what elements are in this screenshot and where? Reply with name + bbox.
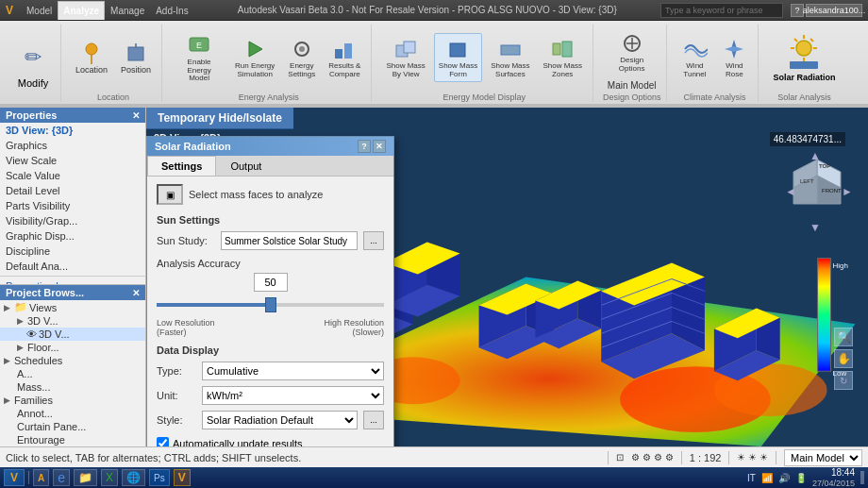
project-browser-header[interactable]: Project Brows... ✕ [0, 285, 145, 300]
dialog-tab-output[interactable]: Output [216, 156, 275, 176]
taskbar-folder-button[interactable]: 📁 [74, 469, 97, 486]
unit-select[interactable]: kWh/m² BTU/ft² [202, 386, 384, 405]
tree-item-a[interactable]: A... [0, 367, 145, 380]
style-label: Style: [157, 414, 196, 426]
prop-item-discipline[interactable]: Discipline [0, 244, 145, 259]
status-separator-1 [608, 451, 609, 464]
energy-settings-button[interactable]: EnergySettings [283, 33, 320, 82]
dialog-minimize-button[interactable]: ? [358, 140, 371, 153]
nav-cube[interactable]: TOP LEFT FRONT [789, 155, 845, 211]
taskbar-revit-button[interactable]: A [33, 469, 49, 486]
sun-study-browse-button[interactable]: ... [363, 231, 384, 250]
modify-button[interactable]: ✏ Modify [11, 34, 55, 93]
taskbar-vasari-button[interactable]: V [174, 469, 191, 486]
solar-dialog-title: Solar Radiation ? ✕ [147, 137, 393, 156]
taskbar-time: 18:44 [812, 467, 855, 479]
ribbon-tab-analyze[interactable]: Analyze [58, 1, 105, 20]
prop-item-view-scale[interactable]: View Scale [0, 153, 145, 168]
tree-item-annot[interactable]: Annot... [0, 407, 145, 420]
orbit-icon[interactable]: ↻ [834, 371, 853, 390]
analysis-accuracy-section: Analysis Accuracy 50 Low Resolution( [157, 258, 384, 337]
accuracy-value-box: 50 [254, 273, 288, 292]
tree-item-3dviews[interactable]: ▶ 3D V... [0, 314, 145, 328]
pan-icon[interactable]: ✋ [834, 349, 853, 368]
taskbar-datetime: 18:44 27/04/2015 [812, 467, 855, 488]
select-faces-label: Select mass faces to analyze [189, 189, 323, 200]
style-select[interactable]: Solar Radiation Default [202, 411, 358, 429]
ribbon-tab-addins[interactable]: Add-Ins [150, 1, 193, 20]
show-mass-form-button[interactable]: Show MassForm [434, 33, 482, 82]
solar-radiation-button[interactable]: Solar Radiation [768, 29, 840, 86]
run-energy-button[interactable]: Run EnergySimulation [230, 33, 279, 82]
model-icons: ⚙ ⚙ ⚙ ⚙ [631, 452, 673, 463]
show-mass-view-button[interactable]: Show MassBy View [381, 33, 429, 82]
auto-update-checkbox[interactable]: Automatically update results [157, 437, 384, 446]
prop-item-graphics[interactable]: Graphics [0, 138, 145, 153]
properties-separator [0, 276, 145, 277]
taskbar-internet-explorer-button[interactable]: e [53, 469, 70, 486]
location-button[interactable]: Location [71, 37, 112, 78]
model-select[interactable]: Main Model [784, 449, 862, 466]
project-browser-close-icon[interactable]: ✕ [132, 288, 140, 298]
tree-item-views[interactable]: ▶ 📁 Views [0, 300, 145, 314]
taskbar-excel-button[interactable]: X [101, 469, 118, 486]
tree-item-schedules[interactable]: ▶ Schedules [0, 354, 145, 367]
tree-item-curtain[interactable]: Curtain Pane... [0, 420, 145, 433]
select-faces-button[interactable]: ▣ [157, 184, 183, 205]
user-icon[interactable]: aleksandra100... [806, 4, 862, 17]
results-compare-button[interactable]: Results &Compare [324, 33, 365, 82]
position-button[interactable]: Position [116, 37, 156, 78]
search-input[interactable] [660, 3, 783, 18]
svg-marker-21 [725, 46, 743, 52]
tree-item-floor[interactable]: ▶ Floor... [0, 341, 145, 354]
svg-line-27 [794, 39, 797, 42]
tree-item-mass[interactable]: Mass... [0, 380, 145, 394]
prop-item-visibility[interactable]: Visibility/Grap... [0, 213, 145, 228]
nav-down-arrow[interactable]: ▼ [810, 221, 821, 234]
taskbar-photoshop-button[interactable]: Ps [149, 469, 170, 486]
ribbon-tab-manage[interactable]: Manage [105, 1, 150, 20]
prop-item-detail-level[interactable]: Detail Level [0, 183, 145, 198]
nav-left-arrow[interactable]: ◄ [785, 185, 796, 198]
wind-tunnel-button[interactable]: WindTunnel [676, 33, 712, 82]
accuracy-slider-thumb[interactable] [265, 297, 276, 312]
view-icon: 👁 [26, 328, 37, 340]
sun-study-input[interactable] [221, 231, 358, 250]
ribbon-tab-model[interactable]: Model [21, 1, 58, 20]
tree-item-families[interactable]: ▶ Families [0, 394, 145, 407]
sun-study-label: Sun Study: [157, 235, 215, 246]
window-title: Autodesk Vasari Beta 3.0 - Not For Resal… [194, 5, 660, 15]
taskbar-start-button[interactable]: V [4, 469, 25, 486]
temp-hide-panel: Temporary Hide/Isolate [146, 108, 293, 129]
taskbar-show-desktop-icon[interactable] [860, 471, 864, 484]
sun-path-icons: ☀ ☀ ☀ [737, 452, 768, 463]
tree-item-3dview-current[interactable]: 👁 3D V... [0, 328, 145, 341]
wind-rose-button[interactable]: WindRose [716, 33, 752, 82]
enable-energy-button[interactable]: E Enable EnergyModel [172, 29, 226, 86]
accuracy-slider-container [157, 295, 384, 314]
svg-rect-77 [818, 259, 831, 372]
nav-right-arrow[interactable]: ► [842, 185, 853, 198]
taskbar-chrome-button[interactable]: 🌐 [122, 469, 145, 486]
svg-rect-29 [790, 61, 818, 69]
show-mass-zones-button[interactable]: Show MassZones [539, 33, 587, 82]
svg-rect-14 [501, 45, 520, 55]
prop-item-view[interactable]: 3D View: {3D} [0, 123, 145, 138]
prop-item-scale-value[interactable]: Scale Value [0, 168, 145, 183]
svg-rect-12 [404, 42, 415, 53]
prop-item-default-ana[interactable]: Default Ana... [0, 259, 145, 274]
properties-close-icon[interactable]: ✕ [132, 110, 140, 121]
dialog-tab-settings[interactable]: Settings [147, 156, 216, 176]
design-options-button[interactable]: DesignOptions [614, 27, 650, 76]
nav-up-arrow[interactable]: ▲ [810, 149, 821, 162]
type-select[interactable]: Cumulative Peak Average [202, 362, 384, 380]
prop-item-graphic-disp[interactable]: Graphic Disp... [0, 228, 145, 244]
tree-item-entourage[interactable]: Entourage [0, 433, 145, 446]
dialog-close-button[interactable]: ✕ [373, 140, 386, 153]
show-mass-surfaces-button[interactable]: Show MassSurfaces [486, 33, 534, 82]
style-browse-button[interactable]: ... [363, 411, 384, 429]
prop-item-parts-visibility[interactable]: Parts Visibility [0, 198, 145, 213]
svg-text:LEFT: LEFT [800, 178, 814, 184]
zoom-icon[interactable]: 🔍 [834, 328, 853, 346]
svg-rect-16 [562, 42, 572, 57]
